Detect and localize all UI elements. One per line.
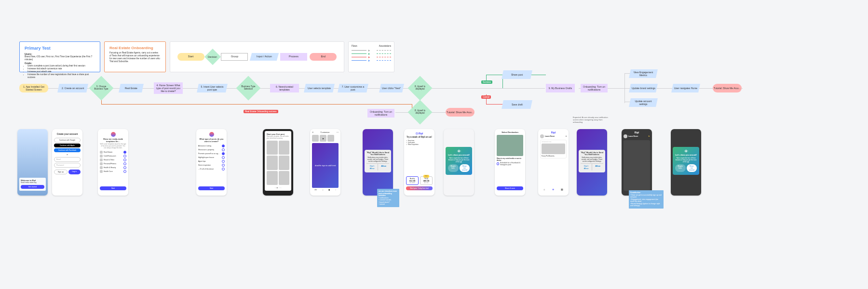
screen-share[interactable]: Select Destination Share to my social me… bbox=[495, 129, 525, 196]
plan-yearly[interactable]: Best value Yearly$99.99per year bbox=[420, 176, 433, 185]
btn-facebook[interactable]: Continue with Facebook bbox=[54, 148, 81, 152]
sticky-note[interactable]: we can introduce more post onboarding ac… bbox=[377, 189, 399, 207]
btn-login[interactable]: Log in bbox=[68, 170, 81, 174]
node-home-screen[interactable]: 4. Home Screen What type of post would y… bbox=[154, 82, 183, 94]
intent-item[interactable]: Announce Listing bbox=[198, 144, 225, 147]
close-icon[interactable]: ✕ bbox=[312, 131, 313, 133]
connector bbox=[699, 88, 713, 89]
screen-biz-type[interactable]: Show me ready-made templates for… We'll … bbox=[98, 129, 128, 196]
node-nav-home[interactable]: User navigates Home bbox=[671, 84, 700, 92]
node-tutorial-end[interactable]: Tutorial: Show Me Arou... bbox=[713, 84, 742, 92]
screen-notif-2[interactable]: "Ripl" Would Like to Send You Notificati… bbox=[577, 129, 607, 196]
intent-item[interactable]: Agent tips bbox=[198, 160, 225, 163]
node-alt-tutorial[interactable]: Tutorial: Show Me Arou... bbox=[446, 108, 475, 117]
btn-next[interactable]: Next bbox=[100, 186, 126, 190]
btn-dont-allow[interactable]: Don't Allow bbox=[366, 164, 378, 171]
screen-intent[interactable]: What type of posts do you want to create… bbox=[196, 129, 227, 196]
screen-welcome[interactable]: Welcome to Ripl Social media made easy G… bbox=[17, 129, 48, 196]
connector bbox=[101, 104, 412, 105]
intent-item[interactable]: Highlight open house bbox=[198, 156, 225, 159]
node-view-metrics[interactable]: View Engagement Metrics bbox=[629, 69, 658, 78]
legend-end: End bbox=[310, 53, 337, 61]
node-select-template[interactable]: User selects template bbox=[304, 84, 335, 92]
biz-item[interactable]: Personal/Fitness bbox=[100, 162, 126, 165]
biz-title: Show me ready-made templates for… bbox=[100, 138, 126, 143]
notif-body: Notifications may include alerts, sounds… bbox=[366, 157, 389, 162]
legend-group: Group bbox=[221, 53, 248, 61]
screen-tutorial[interactable]: 👁 Let's show you around! Take a super-fa… bbox=[444, 129, 474, 196]
input-password[interactable]: Password bbox=[54, 163, 81, 168]
biz-item[interactable]: Real Estate bbox=[100, 151, 126, 154]
legend-start: Start bbox=[177, 53, 204, 61]
nav-add-icon[interactable]: ⊕ bbox=[552, 188, 554, 191]
screen-create-account[interactable]: Create your account Continue with Google… bbox=[52, 129, 82, 196]
sticky-note-2[interactable]: Contribution • Data: we get to successfu… bbox=[629, 190, 664, 209]
screen-paywall[interactable]: ⓡ Ripl Try a week of Ripl on us! ✓ Save … bbox=[404, 129, 434, 196]
btn-signup[interactable]: Sign up bbox=[54, 170, 68, 174]
screen-tutorial-2[interactable]: 👁 Let's show you around! Take a super-fa… bbox=[671, 129, 701, 196]
btn-share-save[interactable]: Share & save bbox=[497, 186, 523, 190]
node-click-next[interactable]: User clicks "Next" bbox=[379, 84, 404, 92]
node-customize[interactable]: 7. User customizes a post bbox=[338, 84, 368, 92]
sp-sub: Opening a template, this will make your … bbox=[267, 135, 289, 139]
btn-google[interactable]: Continue with Google bbox=[54, 138, 81, 143]
intent-item[interactable]: Home inspiration bbox=[198, 164, 225, 167]
intent-item[interactable]: Promote yourself as an ag… bbox=[198, 152, 225, 155]
get-started-btn[interactable]: Get started bbox=[21, 185, 44, 189]
node-app-installed[interactable]: 1. App Installed Get Started Screen bbox=[19, 84, 48, 92]
btn-show[interactable]: Show me around bbox=[460, 164, 470, 172]
legend-decision: Decision bbox=[204, 49, 221, 65]
success-tag: Success bbox=[481, 80, 492, 84]
legend-input: Input / Action bbox=[249, 53, 278, 61]
input-email[interactable]: Email bbox=[54, 157, 81, 162]
screen-home-dim[interactable]: Ripl Laura Dover★ bbox=[622, 129, 652, 196]
intent-item[interactable]: Showcase a property bbox=[198, 148, 225, 151]
node-notif[interactable]: Onboarding: Turn on notifications bbox=[581, 84, 608, 92]
nav-home-icon[interactable]: ⌂ bbox=[543, 188, 545, 191]
node-drafts[interactable]: 9. My Business Drafts bbox=[546, 84, 575, 92]
biz-item[interactable]: Cafe/Restaurant bbox=[100, 155, 126, 158]
node-upsell[interactable]: 8. Upsell is displayed bbox=[411, 79, 429, 97]
node-choose-biz-type[interactable]: 3. Choose Business Type bbox=[93, 79, 110, 97]
node-account-settings[interactable]: Update account settings bbox=[629, 98, 658, 107]
screen-home[interactable]: Ripl Laura Dover▾ Unscheduled draft Funn… bbox=[538, 129, 569, 196]
screen-start-post[interactable]: Start your first post Opening a template… bbox=[263, 129, 293, 196]
canvas[interactable]: double tap to add text bbox=[312, 143, 339, 188]
node-real-estate[interactable]: Real Estate bbox=[119, 84, 144, 92]
onboard-text: Focusing on Real Estate Agents, carry ou… bbox=[109, 52, 161, 63]
node-share-post[interactable]: Share post bbox=[502, 70, 532, 79]
onboarding-card: Real Estate Onboarding Focusing on Real … bbox=[104, 41, 166, 72]
screen-notif-dialog[interactable]: "Ripl" Would Like to Send You Notificati… bbox=[363, 129, 393, 196]
biz-item[interactable]: Health Care bbox=[100, 170, 126, 173]
notif-title: "Ripl" Would Like to Send You Notificati… bbox=[366, 152, 389, 156]
cancel-tag: Cancel bbox=[481, 95, 491, 99]
biz-item[interactable]: Retail & Other bbox=[100, 158, 126, 161]
node-save-draft[interactable]: Save draft bbox=[502, 100, 532, 109]
btn-apple[interactable]: Continue with Apple bbox=[54, 144, 81, 147]
biz-item[interactable]: Health & Beauty bbox=[100, 166, 126, 169]
flows-head: Flows bbox=[352, 45, 357, 48]
nav-cal-icon[interactable]: ▦ bbox=[561, 188, 563, 191]
share-opt[interactable]: Schedule for a Facebook & Instagram post bbox=[497, 162, 523, 166]
primary-test-card: Primary Test Users: Brand New, iOS user,… bbox=[19, 41, 100, 72]
btn-maybe[interactable]: Maybe later bbox=[448, 164, 459, 172]
intent-item[interactable]: …Or all of the above bbox=[198, 168, 225, 171]
btn-next[interactable]: Next bbox=[198, 186, 225, 190]
node-biz-type-sel[interactable]: Business Type Selection bbox=[240, 79, 257, 97]
legend-process: Process bbox=[280, 53, 307, 61]
node-alt-notif[interactable]: Onboarding: Turn on notifications bbox=[367, 109, 394, 118]
more-icon[interactable]: ⋯ bbox=[337, 131, 339, 133]
node-brand-settings[interactable]: Update brand settings bbox=[629, 84, 658, 92]
btn-start-trial[interactable]: Start your 7-day free trial bbox=[406, 186, 433, 190]
node-alt-upsell[interactable]: 8. Upsell is displayed bbox=[411, 104, 429, 121]
btn-allow[interactable]: Allow bbox=[378, 164, 389, 171]
users-text: Brand New, iOS user, First run, First Ti… bbox=[25, 55, 95, 61]
plan-monthly[interactable]: Monthly$12.99per month bbox=[406, 176, 419, 185]
connector bbox=[486, 75, 502, 75]
screen-customize[interactable]: ✕Customize⋯ ▶ double tap to add text abc… bbox=[310, 129, 340, 196]
connector bbox=[433, 112, 447, 113]
try-title: Try a week of Ripl on us! bbox=[406, 136, 433, 138]
node-intent[interactable]: 5. Intent User selects post type bbox=[197, 84, 228, 92]
node-create-account[interactable]: 2. Create an account bbox=[57, 84, 88, 92]
node-templates[interactable]: 6. News/curated templates bbox=[270, 84, 299, 92]
